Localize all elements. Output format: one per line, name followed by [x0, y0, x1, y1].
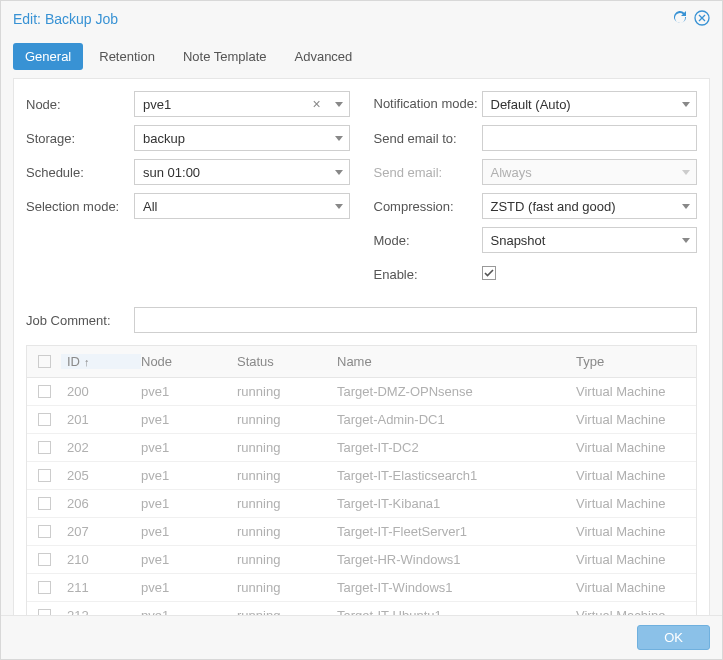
left-column: Node: pve1 × Storage: backup Schedul	[26, 91, 350, 295]
storage-label: Storage:	[26, 131, 134, 146]
table-row[interactable]: 210pve1runningTarget-HR-Windows1Virtual …	[27, 546, 696, 574]
grid-body: 200pve1runningTarget-DMZ-OPNsenseVirtual…	[27, 378, 696, 630]
cell-status: running	[237, 384, 337, 399]
grid-header: ID ↑ Node Status Name Type	[27, 346, 696, 378]
cell-type: Virtual Machine	[576, 496, 696, 511]
mode-dropdown-icon[interactable]	[675, 227, 697, 253]
column-header-node[interactable]: Node	[141, 354, 237, 369]
selection-dropdown-icon[interactable]	[328, 193, 350, 219]
select-all-checkbox[interactable]	[38, 355, 51, 368]
cell-node: pve1	[141, 580, 237, 595]
reset-icon[interactable]	[672, 10, 688, 29]
table-row[interactable]: 202pve1runningTarget-IT-DC2Virtual Machi…	[27, 434, 696, 462]
send-email-to-field[interactable]	[482, 125, 698, 151]
send-email-dropdown-icon	[675, 159, 697, 185]
table-row[interactable]: 200pve1runningTarget-DMZ-OPNsenseVirtual…	[27, 378, 696, 406]
send-email-to-label: Send email to:	[374, 131, 482, 146]
cell-name: Target-HR-Windows1	[337, 552, 576, 567]
compression-field[interactable]: ZSTD (fast and good)	[482, 193, 698, 219]
table-row[interactable]: 206pve1runningTarget-IT-Kibana1Virtual M…	[27, 490, 696, 518]
schedule-dropdown-icon[interactable]	[328, 159, 350, 185]
mode-field[interactable]: Snapshot	[482, 227, 698, 253]
cell-id: 210	[61, 552, 141, 567]
table-row[interactable]: 207pve1runningTarget-IT-FleetServer1Virt…	[27, 518, 696, 546]
tab-retention[interactable]: Retention	[87, 43, 167, 70]
enable-checkbox[interactable]	[482, 266, 496, 280]
cell-status: running	[237, 524, 337, 539]
cell-node: pve1	[141, 384, 237, 399]
cell-status: running	[237, 468, 337, 483]
cell-name: Target-IT-Kibana1	[337, 496, 576, 511]
cell-id: 211	[61, 580, 141, 595]
row-checkbox[interactable]	[38, 525, 51, 538]
table-row[interactable]: 205pve1runningTarget-IT-Elasticsearch1Vi…	[27, 462, 696, 490]
cell-type: Virtual Machine	[576, 468, 696, 483]
storage-field[interactable]: backup	[134, 125, 350, 151]
table-row[interactable]: 201pve1runningTarget-Admin-DC1Virtual Ma…	[27, 406, 696, 434]
ok-button[interactable]: OK	[637, 625, 710, 650]
tabbar: General Retention Note Template Advanced	[1, 37, 722, 70]
cell-id: 205	[61, 468, 141, 483]
tab-advanced[interactable]: Advanced	[283, 43, 365, 70]
cell-status: running	[237, 412, 337, 427]
close-icon[interactable]	[694, 10, 710, 29]
enable-label: Enable:	[374, 267, 482, 282]
right-column: Notification mode: Default (Auto) Send e…	[374, 91, 698, 295]
row-checkbox[interactable]	[38, 497, 51, 510]
column-header-id-text: ID	[67, 354, 80, 369]
cell-type: Virtual Machine	[576, 524, 696, 539]
cell-node: pve1	[141, 552, 237, 567]
job-comment-field[interactable]	[134, 307, 697, 333]
cell-node: pve1	[141, 496, 237, 511]
node-clear-icon[interactable]: ×	[306, 91, 328, 117]
cell-id: 201	[61, 412, 141, 427]
cell-status: running	[237, 552, 337, 567]
row-checkbox[interactable]	[38, 413, 51, 426]
node-dropdown-icon[interactable]	[328, 91, 350, 117]
column-header-status[interactable]: Status	[237, 354, 337, 369]
dialog-footer: OK	[1, 615, 722, 659]
cell-name: Target-IT-Elasticsearch1	[337, 468, 576, 483]
column-header-type[interactable]: Type	[576, 354, 696, 369]
node-label: Node:	[26, 97, 134, 112]
tab-note-template[interactable]: Note Template	[171, 43, 279, 70]
cell-id: 206	[61, 496, 141, 511]
cell-id: 200	[61, 384, 141, 399]
tab-general[interactable]: General	[13, 43, 83, 70]
send-email-field: Always	[482, 159, 698, 185]
cell-name: Target-IT-Windows1	[337, 580, 576, 595]
cell-node: pve1	[141, 440, 237, 455]
compression-dropdown-icon[interactable]	[675, 193, 697, 219]
row-checkbox[interactable]	[38, 469, 51, 482]
cell-node: pve1	[141, 524, 237, 539]
row-checkbox[interactable]	[38, 385, 51, 398]
cell-status: running	[237, 440, 337, 455]
compression-label: Compression:	[374, 199, 482, 214]
sort-ascending-icon: ↑	[84, 356, 90, 368]
titlebar: Edit: Backup Job	[1, 1, 722, 37]
selection-field[interactable]: All	[134, 193, 350, 219]
dialog-backup-job: Edit: Backup Job General Retention Note …	[0, 0, 723, 660]
cell-name: Target-Admin-DC1	[337, 412, 576, 427]
cell-name: Target-IT-FleetServer1	[337, 524, 576, 539]
row-checkbox[interactable]	[38, 553, 51, 566]
cell-type: Virtual Machine	[576, 412, 696, 427]
row-checkbox[interactable]	[38, 581, 51, 594]
column-header-id[interactable]: ID ↑	[61, 354, 141, 369]
row-checkbox[interactable]	[38, 441, 51, 454]
cell-name: Target-DMZ-OPNsense	[337, 384, 576, 399]
titlebar-tools	[672, 10, 710, 29]
column-header-name[interactable]: Name	[337, 354, 576, 369]
selection-label: Selection mode:	[26, 199, 134, 214]
notification-mode-dropdown-icon[interactable]	[675, 91, 697, 117]
table-row[interactable]: 211pve1runningTarget-IT-Windows1Virtual …	[27, 574, 696, 602]
schedule-field[interactable]: sun 01:00	[134, 159, 350, 185]
notification-mode-field[interactable]: Default (Auto)	[482, 91, 698, 117]
form-panel: Node: pve1 × Storage: backup Schedul	[13, 78, 710, 636]
job-comment-label: Job Comment:	[26, 313, 134, 328]
storage-dropdown-icon[interactable]	[328, 125, 350, 151]
dialog-title: Edit: Backup Job	[13, 11, 118, 27]
notification-mode-label: Notification mode:	[374, 96, 482, 112]
cell-type: Virtual Machine	[576, 552, 696, 567]
cell-id: 202	[61, 440, 141, 455]
